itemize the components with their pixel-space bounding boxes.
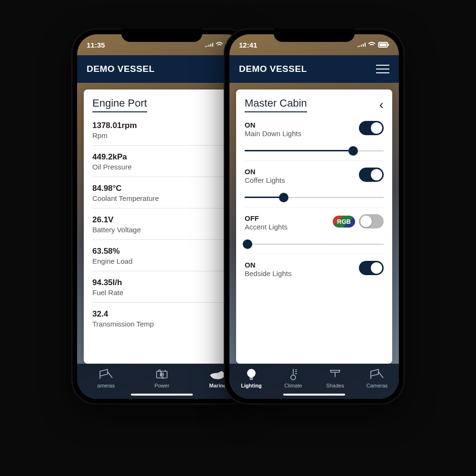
light-name: Bedside Lights xyxy=(245,269,291,278)
tab-bulb[interactable]: Lighting xyxy=(236,367,267,388)
metric-row: 63.58% Engine Load xyxy=(92,240,231,271)
metric-value: 94.35l/h xyxy=(92,278,231,288)
home-indicator xyxy=(131,394,193,396)
metric-value: 449.2kPa xyxy=(92,152,231,162)
light-toggle[interactable] xyxy=(359,121,384,135)
tab-label: ameras xyxy=(97,383,115,388)
signal-icon xyxy=(357,42,366,48)
tab-label: Lighting xyxy=(241,383,261,388)
light-state: ON xyxy=(245,261,291,269)
metric-label: Transmission Temp xyxy=(92,320,231,328)
metric-value: 63.58% xyxy=(92,247,231,256)
svg-rect-6 xyxy=(388,44,389,46)
metric-row: 1378.01rpm Rpm xyxy=(92,114,231,146)
brightness-slider[interactable] xyxy=(245,239,384,249)
light-toggle[interactable] xyxy=(359,168,384,182)
light-state: ON xyxy=(245,121,301,129)
brightness-slider[interactable] xyxy=(245,193,384,202)
bulb-icon xyxy=(243,367,259,381)
rgb-badge[interactable]: RGB xyxy=(333,216,355,228)
svg-rect-5 xyxy=(379,43,387,46)
metric-label: Oil Pressure xyxy=(92,163,231,171)
svg-point-8 xyxy=(291,375,296,380)
svg-point-7 xyxy=(248,369,255,377)
notch xyxy=(121,29,202,42)
tab-label: Cameras xyxy=(367,383,388,388)
metric-row: 449.2kPa Oil Pressure xyxy=(92,146,231,177)
back-button[interactable]: ‹ xyxy=(379,97,384,112)
status-time: 12:41 xyxy=(239,41,268,49)
light-state: ON xyxy=(245,168,285,176)
metric-label: Coolant Temperature xyxy=(92,194,231,202)
screen: 11:35 DEMO VESSEL Engine Port 1378.01rpm… xyxy=(77,34,247,399)
light-row: ON Main Down Lights xyxy=(245,114,384,161)
battery-icon xyxy=(154,367,170,381)
metric-value: 84.98°C xyxy=(92,184,231,193)
light-name: Coffer Lights xyxy=(245,176,285,184)
light-row: ON Coffer Lights xyxy=(245,161,384,208)
app-header: DEMO VESSEL xyxy=(77,55,247,83)
status-time: 11:35 xyxy=(87,41,115,49)
metric-row: 94.35l/h Fuel Rate xyxy=(92,271,231,303)
content: Master Cabin ‹ ON Main Down Lights ON Co… xyxy=(229,83,399,364)
card-title: Master Cabin xyxy=(245,97,307,112)
metric-label: Battery Voltage xyxy=(92,226,231,234)
light-state: OFF xyxy=(245,214,288,222)
tab-camera[interactable]: ameras xyxy=(90,367,122,388)
wifi-icon xyxy=(216,42,223,48)
metric-row: 26.1V Battery Voltage xyxy=(92,208,231,240)
metric-row: 84.98°C Coolant Temperature xyxy=(92,177,231,208)
home-indicator xyxy=(283,394,345,396)
tab-label: Climate xyxy=(284,383,302,388)
tab-camera[interactable]: Cameras xyxy=(361,367,393,388)
metric-label: Engine Load xyxy=(92,257,231,265)
light-name: Accent Lights xyxy=(245,223,288,231)
tab-thermo[interactable]: Climate xyxy=(278,367,309,388)
app-title: DEMO VESSEL xyxy=(87,64,155,74)
light-row: ON Bedside Lights xyxy=(245,254,384,282)
thermo-icon xyxy=(285,367,301,381)
light-toggle[interactable] xyxy=(359,261,384,275)
lighting-card: Master Cabin ‹ ON Main Down Lights ON Co… xyxy=(236,89,392,364)
metric-label: Fuel Rate xyxy=(92,288,231,297)
engine-card: Engine Port 1378.01rpm Rpm449.2kPa Oil P… xyxy=(84,89,240,364)
tab-shade[interactable]: Shades xyxy=(319,367,351,388)
app-header: DEMO VESSEL xyxy=(229,55,399,83)
tab-battery[interactable]: Power xyxy=(146,367,178,388)
status-icons xyxy=(357,42,389,48)
shade-icon xyxy=(327,367,343,381)
camera-icon xyxy=(369,367,385,381)
tab-label: Power xyxy=(154,383,169,388)
card-title: Engine Port xyxy=(92,97,147,112)
menu-button[interactable] xyxy=(376,65,389,73)
metric-value: 32.4 xyxy=(92,309,231,319)
phone-right: 12:41 DEMO VESSEL Master Cabin ‹ ON xyxy=(224,29,405,405)
metric-row: 32.4 Transmission Temp xyxy=(92,303,231,334)
light-toggle[interactable] xyxy=(359,214,384,228)
tab-label: Shades xyxy=(326,383,344,388)
metric-label: Rpm xyxy=(92,131,231,139)
app-title: DEMO VESSEL xyxy=(239,64,307,74)
brightness-slider[interactable] xyxy=(245,146,384,156)
light-name: Main Down Lights xyxy=(245,129,301,138)
screen: 12:41 DEMO VESSEL Master Cabin ‹ ON xyxy=(229,34,399,399)
signal-icon xyxy=(205,42,213,48)
metric-value: 26.1V xyxy=(92,215,231,225)
battery-icon xyxy=(378,42,389,48)
content: Engine Port 1378.01rpm Rpm449.2kPa Oil P… xyxy=(77,83,247,364)
metric-value: 1378.01rpm xyxy=(92,121,231,130)
camera-icon xyxy=(98,367,114,381)
notch xyxy=(274,29,355,42)
wifi-icon xyxy=(368,42,376,48)
light-row: OFF Accent Lights RGB xyxy=(245,208,384,254)
